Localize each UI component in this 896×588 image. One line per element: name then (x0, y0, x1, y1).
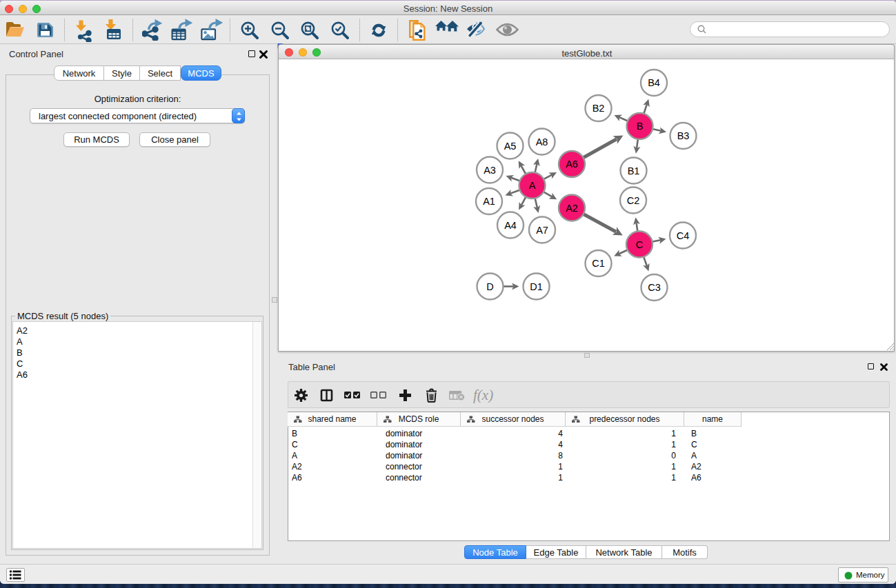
svg-text:C: C (636, 239, 643, 250)
svg-text:C2: C2 (627, 195, 640, 206)
svg-text:A1: A1 (483, 196, 495, 207)
svg-text:A: A (529, 180, 536, 191)
svg-text:B4: B4 (648, 77, 660, 88)
svg-text:B1: B1 (628, 165, 640, 176)
svg-text:A4: A4 (504, 220, 517, 231)
svg-text:B3: B3 (677, 130, 690, 141)
svg-text:C3: C3 (648, 282, 661, 293)
svg-text:C1: C1 (592, 258, 605, 269)
svg-text:D1: D1 (530, 281, 543, 292)
svg-text:A5: A5 (504, 141, 517, 152)
svg-text:A2: A2 (566, 203, 578, 214)
svg-text:A6: A6 (566, 159, 578, 170)
svg-text:B2: B2 (593, 103, 605, 114)
svg-text:C4: C4 (677, 230, 690, 241)
svg-text:A8: A8 (536, 136, 548, 148)
svg-text:A7: A7 (536, 225, 548, 236)
svg-text:D: D (486, 281, 493, 292)
svg-text:B: B (637, 121, 644, 132)
svg-text:A3: A3 (484, 165, 496, 176)
